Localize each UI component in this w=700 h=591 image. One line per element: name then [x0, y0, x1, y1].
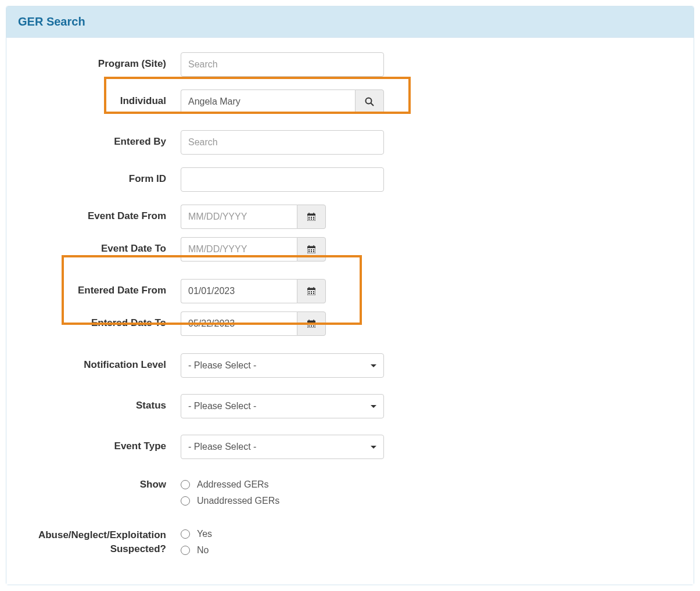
svg-rect-3 [307, 214, 315, 216]
label-individual: Individual [18, 89, 181, 107]
caret-down-icon [371, 405, 376, 408]
label-notification-level: Notification Level [18, 353, 181, 371]
radio-unaddressed-gers[interactable]: Unaddressed GERs [181, 496, 279, 506]
panel-title: GER Search [18, 15, 682, 28]
label-entered-date-to: Entered Date To [18, 311, 181, 329]
row-event-date-to: Event Date To [18, 237, 682, 262]
calendar-icon [307, 320, 315, 328]
svg-rect-20 [311, 251, 312, 252]
form-id-input[interactable] [181, 167, 384, 192]
label-program-site: Program (Site) [18, 52, 181, 70]
label-entered-date-from: Entered Date From [18, 279, 181, 296]
event-date-from-input[interactable] [181, 205, 297, 229]
svg-rect-39 [308, 325, 310, 327]
ger-search-panel: GER Search Program (Site) Individual Ent… [6, 6, 694, 585]
status-value: - Please Select - [188, 401, 256, 411]
row-status: Status - Please Select - [18, 394, 682, 418]
svg-rect-26 [308, 291, 310, 292]
row-event-date-from: Event Date From [18, 205, 682, 229]
label-status: Status [18, 394, 181, 411]
svg-rect-7 [311, 217, 312, 218]
label-show: Show [18, 477, 181, 490]
svg-rect-38 [313, 324, 314, 325]
entered-by-input[interactable] [181, 130, 384, 155]
event-date-to-input[interactable] [181, 237, 297, 262]
event-date-to-calendar-button[interactable] [297, 237, 326, 262]
radio-no-input[interactable] [181, 546, 190, 555]
row-show: Show Addressed GERs Unaddressed GERs [18, 477, 682, 512]
svg-rect-30 [311, 293, 312, 294]
radio-unaddressed-input[interactable] [181, 496, 190, 506]
entered-date-to-input[interactable] [181, 311, 297, 336]
label-event-type: Event Type [18, 435, 181, 452]
status-dropdown[interactable]: - Please Select - [181, 394, 384, 418]
svg-rect-17 [311, 249, 312, 250]
svg-rect-6 [308, 217, 310, 218]
radio-addressed-gers[interactable]: Addressed GERs [181, 479, 279, 490]
svg-rect-41 [313, 325, 314, 327]
radio-yes-input[interactable] [181, 529, 190, 539]
entered-date-from-input[interactable] [181, 279, 297, 303]
svg-rect-9 [308, 219, 310, 220]
svg-rect-28 [313, 291, 314, 292]
svg-rect-19 [308, 251, 310, 252]
radio-abuse-no[interactable]: No [181, 545, 212, 556]
label-entered-by: Entered By [18, 130, 181, 148]
radio-yes-label: Yes [197, 529, 212, 539]
svg-rect-27 [311, 291, 312, 292]
search-icon [365, 97, 374, 106]
row-entered-date-to: Entered Date To [18, 311, 682, 336]
svg-rect-18 [313, 249, 314, 250]
label-event-date-from: Event Date From [18, 205, 181, 222]
svg-rect-11 [313, 219, 314, 220]
radio-abuse-yes[interactable]: Yes [181, 529, 212, 539]
calendar-icon [307, 213, 315, 221]
panel-body: Program (Site) Individual Entered By [6, 38, 694, 585]
entered-date-from-calendar-button[interactable] [297, 279, 326, 303]
calendar-icon [307, 245, 315, 253]
row-abuse-suspected: Abuse/Neglect/Exploitation Suspected? Ye… [18, 526, 682, 561]
radio-addressed-label: Addressed GERs [197, 479, 269, 490]
svg-rect-40 [311, 325, 312, 327]
svg-line-1 [371, 103, 374, 106]
program-site-input[interactable] [181, 52, 384, 77]
event-type-value: - Please Select - [188, 442, 256, 452]
row-notification-level: Notification Level - Please Select - [18, 353, 682, 378]
svg-rect-23 [307, 288, 315, 290]
row-program-site: Program (Site) [18, 52, 682, 77]
row-form-id: Form ID [18, 167, 682, 192]
svg-rect-8 [313, 217, 314, 218]
label-abuse-suspected: Abuse/Neglect/Exploitation Suspected? [18, 526, 181, 556]
svg-rect-29 [308, 293, 310, 294]
caret-down-icon [371, 364, 376, 367]
notification-level-value: - Please Select - [188, 360, 256, 371]
event-type-dropdown[interactable]: - Please Select - [181, 435, 384, 459]
row-event-type: Event Type - Please Select - [18, 435, 682, 459]
svg-rect-37 [311, 324, 312, 325]
entered-date-to-calendar-button[interactable] [297, 311, 326, 336]
label-form-id: Form ID [18, 167, 181, 185]
notification-level-dropdown[interactable]: - Please Select - [181, 353, 384, 378]
individual-input[interactable] [181, 89, 355, 114]
row-entered-date-from: Entered Date From [18, 279, 682, 303]
svg-point-0 [366, 98, 372, 104]
svg-rect-16 [308, 249, 310, 250]
svg-rect-21 [313, 251, 314, 252]
svg-rect-13 [307, 246, 315, 248]
calendar-icon [307, 287, 315, 295]
radio-unaddressed-label: Unaddressed GERs [197, 496, 279, 506]
svg-rect-31 [313, 293, 314, 294]
radio-addressed-input[interactable] [181, 480, 190, 489]
row-individual: Individual [18, 89, 682, 114]
svg-rect-36 [308, 324, 310, 325]
panel-heading: GER Search [6, 6, 694, 38]
caret-down-icon [371, 446, 376, 449]
label-event-date-to: Event Date To [18, 237, 181, 255]
individual-search-button[interactable] [355, 89, 384, 114]
row-entered-by: Entered By [18, 130, 682, 155]
svg-rect-33 [307, 321, 315, 323]
radio-no-label: No [197, 545, 209, 556]
svg-rect-10 [311, 219, 312, 220]
event-date-from-calendar-button[interactable] [297, 205, 326, 229]
